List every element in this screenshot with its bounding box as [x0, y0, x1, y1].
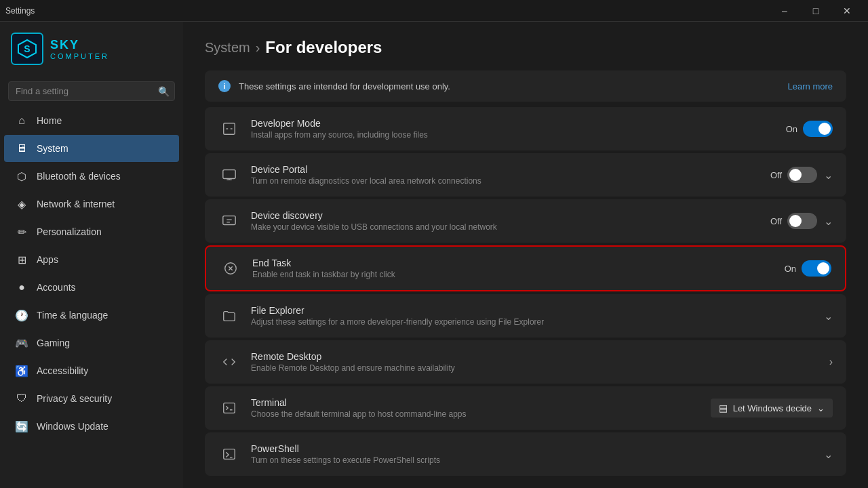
terminal-dropdown-label: Let Windows decide — [733, 403, 812, 413]
sidebar-item-windows-update[interactable]: 🔄 Windows Update — [4, 413, 179, 440]
chevron-icon-powershell: ⌄ — [824, 448, 833, 461]
settings-row-device-discovery[interactable]: Device discovery Make your device visibl… — [205, 199, 846, 243]
row-title-end-task: End Task — [252, 258, 774, 268]
toggle-end-task[interactable] — [802, 260, 831, 277]
toggle-device-portal[interactable] — [787, 167, 817, 183]
info-banner-left: i These settings are intended for develo… — [218, 80, 450, 92]
row-control-end-task: On — [785, 260, 831, 277]
nav-label-time: Time & language — [37, 310, 108, 321]
nav-icon-apps: ⊞ — [15, 253, 28, 266]
svg-rect-5 — [223, 170, 235, 179]
sidebar-logo: S SKY COMPUTER — [0, 22, 183, 76]
sidebar-nav: ⌂ Home 🖥 System ⬡ Bluetooth & devices ◈ … — [0, 106, 183, 441]
nav-icon-privacy: 🛡 — [15, 392, 28, 405]
info-text: These settings are intended for developm… — [239, 81, 450, 92]
nav-icon-gaming: 🎮 — [15, 336, 28, 350]
sidebar-item-gaming[interactable]: 🎮 Gaming — [4, 329, 179, 357]
row-title-device-discovery: Device discovery — [251, 210, 760, 221]
sidebar-item-system[interactable]: 🖥 System — [4, 135, 179, 162]
toggle-thumb-device-portal — [789, 169, 802, 181]
main-content: System › For developers i These settings… — [183, 22, 868, 488]
nav-label-personalization: Personalization — [37, 226, 102, 237]
settings-row-end-task[interactable]: End Task Enable end task in taskbar by r… — [205, 245, 846, 291]
sidebar-item-accounts[interactable]: ● Accounts — [4, 274, 179, 301]
toggle-device-discovery[interactable] — [787, 213, 817, 229]
nav-icon-bluetooth: ⬡ — [15, 169, 28, 183]
toggle-wrap-developer-mode[interactable]: On — [786, 121, 833, 137]
toggle-wrap-device-discovery[interactable]: Off — [770, 213, 817, 229]
sidebar-item-time[interactable]: 🕐 Time & language — [4, 302, 179, 329]
row-desc-device-discovery: Make your device visible to USB connecti… — [251, 222, 760, 232]
svg-rect-2 — [224, 123, 235, 135]
row-text-file-explorer: File Explorer Adjust these settings for … — [251, 305, 813, 327]
row-title-developer-mode: Developer Mode — [251, 118, 775, 129]
sidebar: S SKY COMPUTER 🔍 ⌂ Home 🖥 System ⬡ Bluet… — [0, 22, 183, 488]
nav-label-system: System — [37, 143, 68, 154]
nav-icon-accounts: ● — [15, 281, 28, 294]
svg-text:S: S — [24, 43, 30, 54]
chevron-icon-file-explorer: ⌄ — [824, 310, 833, 323]
info-icon: i — [218, 80, 231, 92]
learn-more-link[interactable]: Learn more — [788, 81, 833, 92]
app-container: S SKY COMPUTER 🔍 ⌂ Home 🖥 System ⬡ Bluet… — [0, 22, 868, 488]
nav-icon-windows-update: 🔄 — [15, 420, 28, 433]
minimize-button[interactable]: – — [769, 0, 800, 22]
sidebar-item-bluetooth[interactable]: ⬡ Bluetooth & devices — [4, 163, 179, 190]
nav-icon-personalization: ✏ — [15, 225, 28, 239]
sidebar-item-privacy[interactable]: 🛡 Privacy & security — [4, 385, 179, 412]
search-icon: 🔍 — [158, 86, 170, 97]
breadcrumb-current: For developers — [265, 38, 382, 57]
row-icon-file-explorer — [218, 305, 240, 327]
chevron-icon-device-discovery: ⌄ — [824, 215, 833, 228]
settings-section: Developer Mode Install apps from any sou… — [205, 107, 846, 476]
row-desc-end-task: Enable end task in taskbar by right clic… — [252, 270, 774, 279]
toggle-label-device-portal: Off — [770, 170, 782, 180]
search-input[interactable] — [8, 81, 175, 101]
row-text-device-discovery: Device discovery Make your device visibl… — [251, 210, 760, 232]
row-control-device-discovery: Off ⌄ — [770, 213, 833, 229]
nav-label-bluetooth: Bluetooth & devices — [37, 171, 121, 182]
breadcrumb: System › For developers — [205, 38, 846, 57]
sidebar-item-accessibility[interactable]: ♿ Accessibility — [4, 357, 179, 384]
settings-row-developer-mode[interactable]: Developer Mode Install apps from any sou… — [205, 107, 846, 150]
row-icon-remote-desktop — [218, 351, 240, 373]
settings-row-device-portal[interactable]: Device Portal Turn on remote diagnostics… — [205, 153, 846, 197]
nav-label-gaming: Gaming — [37, 338, 70, 348]
nav-label-home: Home — [37, 115, 62, 126]
svg-rect-12 — [224, 403, 235, 413]
nav-icon-time: 🕐 — [15, 308, 28, 322]
toggle-thumb-end-task — [817, 262, 829, 274]
toggle-wrap-end-task[interactable]: On — [785, 260, 831, 277]
settings-row-remote-desktop[interactable]: Remote Desktop Enable Remote Desktop and… — [205, 340, 846, 384]
terminal-dropdown-icon: ▤ — [719, 403, 728, 413]
nav-label-accounts: Accounts — [37, 282, 76, 293]
terminal-dropdown-chevron: ⌄ — [817, 403, 825, 413]
sidebar-search[interactable]: 🔍 — [8, 81, 175, 101]
row-text-device-portal: Device Portal Turn on remote diagnostics… — [251, 164, 760, 186]
title-bar-title: Settings — [5, 6, 35, 16]
settings-row-powershell[interactable]: PowerShell Turn on these settings to exe… — [205, 432, 846, 476]
nav-label-apps: Apps — [37, 254, 58, 265]
sidebar-item-personalization[interactable]: ✏ Personalization — [4, 218, 179, 245]
terminal-dropdown-terminal[interactable]: ▤ Let Windows decide ⌄ — [711, 399, 833, 418]
sidebar-item-apps[interactable]: ⊞ Apps — [4, 246, 179, 273]
toggle-wrap-device-portal[interactable]: Off — [770, 167, 817, 183]
row-text-powershell: PowerShell Turn on these settings to exe… — [251, 443, 813, 465]
row-control-device-portal: Off ⌄ — [770, 167, 833, 183]
toggle-thumb-developer-mode — [818, 123, 831, 135]
title-bar-left: Settings — [5, 6, 35, 16]
toggle-developer-mode[interactable] — [803, 121, 833, 137]
toggle-label-device-discovery: Off — [770, 216, 782, 226]
svg-rect-13 — [224, 449, 235, 460]
row-icon-terminal — [218, 397, 240, 419]
sidebar-item-network[interactable]: ◈ Network & internet — [4, 190, 179, 218]
maximize-button[interactable]: □ — [800, 0, 831, 22]
chevron-right-icon-remote-desktop: › — [829, 356, 833, 368]
settings-row-file-explorer[interactable]: File Explorer Adjust these settings for … — [205, 294, 846, 338]
sidebar-item-home[interactable]: ⌂ Home — [4, 107, 179, 134]
logo-sky: SKY — [50, 38, 109, 52]
row-desc-file-explorer: Adjust these settings for a more develop… — [251, 317, 813, 327]
nav-icon-accessibility: ♿ — [15, 364, 28, 378]
settings-row-terminal[interactable]: Terminal Choose the default terminal app… — [205, 386, 846, 430]
close-button[interactable]: ✕ — [831, 0, 863, 22]
